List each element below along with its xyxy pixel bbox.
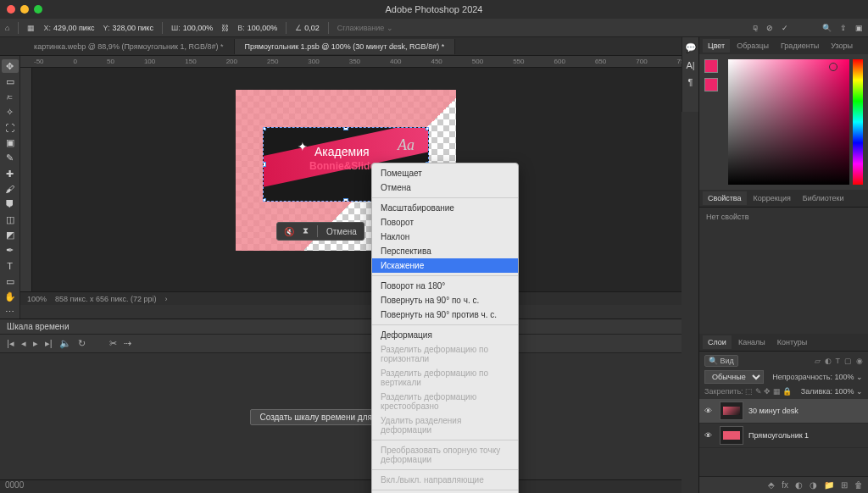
bg-swatch[interactable] [704,78,718,91]
filter-adjust-icon[interactable]: ◐ [825,357,832,365]
hand-tool[interactable]: ✋ [2,290,19,303]
visibility-icon[interactable]: 👁 [704,407,715,415]
menu-scale[interactable]: Масштабирование [372,201,518,215]
tab-paths[interactable]: Контуры [772,335,812,349]
next-frame-icon[interactable]: ▸| [45,338,53,349]
color-picker[interactable] [699,54,868,190]
chevron-down-icon[interactable]: ⌄ [387,24,393,32]
shape-tool[interactable]: ▭ [2,274,19,288]
more-tool[interactable]: ⋯ [2,305,19,319]
interp-label[interactable]: Сглаживание [337,24,385,32]
handle-tl[interactable] [263,127,266,130]
filter-smart-icon[interactable]: ◉ [856,357,863,365]
menu-rot90cw[interactable]: Повернуть на 90° по ч. с. [372,293,518,307]
tab-libraries[interactable]: Библиотеки [798,191,849,205]
new-layer-icon[interactable]: ⊞ [841,480,848,490]
link-layers-icon[interactable]: ⬘ [768,480,775,490]
hourglass-icon[interactable]: ⧗ [303,226,309,236]
y-value[interactable]: 328,00 пикс [112,24,153,32]
handle-tm[interactable] [343,127,348,130]
menu-distort[interactable]: Искажение [372,258,518,273]
frame-tool[interactable]: ▣ [2,136,19,150]
zoom-level[interactable]: 100% [27,295,47,303]
anchor-icon[interactable]: ▦ [27,24,35,32]
layer-item[interactable]: 👁 30 минут desk [699,399,868,424]
character-icon[interactable]: A| [686,60,694,70]
filter-type-icon[interactable]: T [836,357,841,365]
minimize-icon[interactable] [20,5,29,14]
close-icon[interactable] [7,5,15,14]
play-icon[interactable]: ▸ [33,338,38,349]
wand-tool[interactable]: ✧ [2,105,19,119]
pen-tool[interactable]: ✒ [2,244,19,258]
heal-tool[interactable]: ✚ [2,167,19,180]
fg-swatch[interactable] [704,59,718,73]
menu-place[interactable]: Помещает [372,166,518,180]
chevron-right-icon[interactable]: › [164,295,167,303]
layer-item[interactable]: 👁 Прямоугольник 1 [699,424,868,448]
color-field[interactable] [728,59,849,185]
comment-icon[interactable]: 💬 [685,42,697,53]
handle-ml[interactable] [263,162,266,167]
layer-name[interactable]: Прямоугольник 1 [748,431,809,440]
hue-slider[interactable] [853,59,863,185]
menu-warp[interactable]: Деформация [372,328,518,342]
tab-properties[interactable]: Свойства [703,191,747,205]
fx-icon[interactable]: fx [782,480,788,490]
brush-tool[interactable]: 🖌 [2,182,19,196]
tab-patterns[interactable]: Узоры [826,39,858,53]
speaker-icon[interactable]: 🔇 [284,227,294,236]
tab-adjust[interactable]: Коррекция [748,191,796,205]
canvas[interactable]: ✦ Aa Академия Bonnie&Slide 🔇 ⧗ Отмена [32,68,682,305]
h-value[interactable]: 100,00% [248,24,278,32]
tab-layers[interactable]: Слои [703,335,732,349]
commit-transform-icon[interactable]: ✓ [782,24,788,32]
search-icon[interactable]: 🔍 [822,24,832,32]
visibility-icon[interactable]: 👁 [704,431,715,440]
handle-bm[interactable] [343,198,348,202]
cancel-transform-icon[interactable]: ⊘ [766,24,773,32]
transition-icon[interactable]: ⇢ [124,338,131,349]
layer-filter[interactable]: 🔍 Вид [704,355,738,367]
group-icon[interactable]: 📁 [824,480,834,490]
menu-skew[interactable]: Наклон [372,230,518,244]
layer-name[interactable]: 30 минут desk [748,407,798,415]
opacity-value[interactable]: 100% [834,373,854,381]
type-tool[interactable]: T [2,259,19,273]
handle-bl[interactable] [263,198,266,202]
menu-cancel[interactable]: Отмена [372,180,518,195]
adjustment-icon[interactable]: ◑ [810,480,817,490]
delete-layer-icon[interactable]: 🗑 [854,480,863,490]
maximize-icon[interactable] [34,5,42,14]
crop-tool[interactable]: ⛶ [2,121,19,135]
prev-frame-icon[interactable]: ◂ [21,338,26,349]
marquee-tool[interactable]: ▭ [2,75,19,88]
home-icon[interactable]: ⌂ [5,24,9,32]
mask-icon[interactable]: ◐ [795,480,803,490]
filter-shape-icon[interactable]: ▢ [844,357,852,365]
doc-tab-2[interactable]: Прямоугольник 1.psb @ 100% (30 минут des… [235,39,456,54]
w-value[interactable]: 100,00% [183,24,214,32]
filter-pixel-icon[interactable]: ▱ [815,357,821,365]
eraser-tool[interactable]: ◫ [2,213,19,226]
paragraph-icon[interactable]: ¶ [688,77,693,87]
tab-color[interactable]: Цвет [703,39,730,53]
tab-channels[interactable]: Каналы [733,335,771,349]
angle-value[interactable]: 0,02 [304,24,320,32]
workspace-icon[interactable]: ▣ [855,24,863,32]
first-frame-icon[interactable]: |◂ [7,338,14,349]
gradient-tool[interactable]: ◩ [2,229,19,242]
loop-icon[interactable]: ↻ [78,338,86,349]
share-icon[interactable]: ⇪ [840,24,847,32]
audio-icon[interactable]: 🔈 [59,338,71,349]
split-icon[interactable]: ✂ [109,338,117,349]
lasso-tool[interactable]: ⟈ [2,90,19,103]
eyedropper-tool[interactable]: ✎ [2,152,19,165]
menu-rotate[interactable]: Поворот [372,215,518,230]
x-value[interactable]: 429,00 пикс [53,24,94,32]
tab-swatches[interactable]: Образцы [732,39,774,53]
menu-rot90ccw[interactable]: Повернуть на 90° против ч. с. [372,307,518,322]
lock-icon[interactable]: ⬚ ✎ ✥ ▦ 🔒 [745,387,792,396]
tab-gradients[interactable]: Градиенты [776,39,824,53]
link-icon[interactable]: ⛓ [221,24,229,32]
